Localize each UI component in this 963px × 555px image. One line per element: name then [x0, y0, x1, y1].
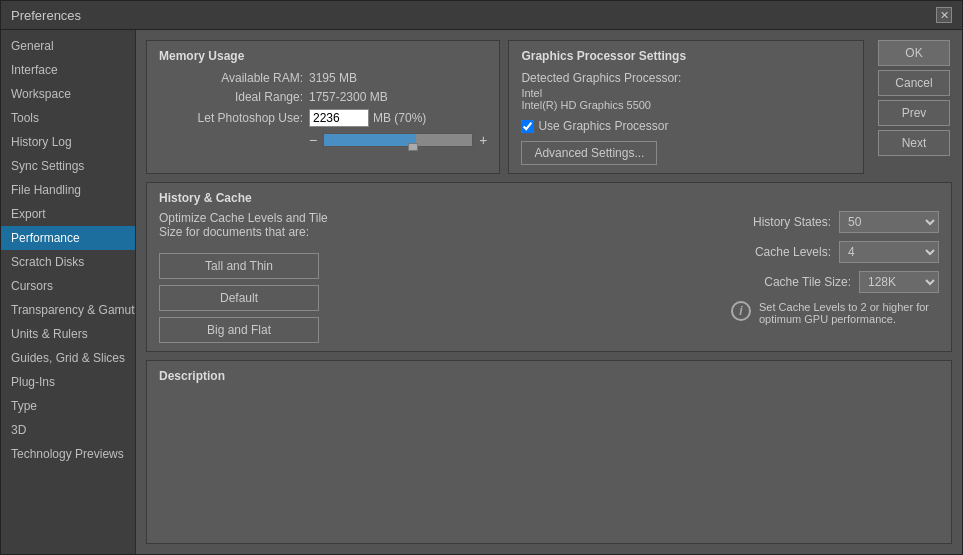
prev-button[interactable]: Prev [878, 100, 950, 126]
close-button[interactable]: ✕ [936, 7, 952, 23]
slider-minus-icon[interactable]: − [309, 132, 317, 148]
next-button[interactable]: Next [878, 130, 950, 156]
history-cache-title: History & Cache [159, 191, 939, 205]
top-panels: Memory Usage Available RAM: 3195 MB Idea… [146, 40, 864, 174]
description-panel: Description [146, 360, 952, 544]
let-use-row: Let Photoshop Use: MB (70%) [159, 109, 487, 127]
history-states-label: History States: [753, 215, 831, 229]
history-states-select[interactable]: 50 [839, 211, 939, 233]
ideal-label: Ideal Range: [159, 90, 309, 104]
preferences-window: Preferences ✕ GeneralInterfaceWorkspaceT… [0, 0, 963, 555]
slider-plus-icon[interactable]: + [479, 132, 487, 148]
ideal-range-row: Ideal Range: 1757-2300 MB [159, 90, 487, 104]
tall-thin-button[interactable]: Tall and Thin [159, 253, 319, 279]
available-label: Available RAM: [159, 71, 309, 85]
sidebar-item-interface[interactable]: Interface [1, 58, 135, 82]
sidebar-item-export[interactable]: Export [1, 202, 135, 226]
main-content: GeneralInterfaceWorkspaceToolsHistory Lo… [1, 30, 962, 554]
big-flat-button[interactable]: Big and Flat [159, 317, 319, 343]
sidebar: GeneralInterfaceWorkspaceToolsHistory Lo… [1, 30, 136, 554]
memory-title: Memory Usage [159, 49, 487, 63]
description-title: Description [159, 369, 939, 383]
use-gpu-checkbox[interactable] [521, 120, 534, 133]
use-gpu-row: Use Graphics Processor [521, 119, 851, 133]
sidebar-item-general[interactable]: General [1, 34, 135, 58]
sidebar-item-technology-previews[interactable]: Technology Previews [1, 442, 135, 466]
cache-buttons-area: Optimize Cache Levels and Tile Size for … [159, 211, 328, 343]
info-row: i Set Cache Levels to 2 or higher for op… [348, 301, 939, 325]
sidebar-item-sync-settings[interactable]: Sync Settings [1, 154, 135, 178]
cache-tile-select[interactable]: 128K [859, 271, 939, 293]
action-buttons: OK Cancel Prev Next [872, 40, 952, 156]
sidebar-item-units--rulers[interactable]: Units & Rulers [1, 322, 135, 346]
sidebar-item-workspace[interactable]: Workspace [1, 82, 135, 106]
use-gpu-label: Use Graphics Processor [538, 119, 668, 133]
let-use-label: Let Photoshop Use: [159, 111, 309, 125]
sidebar-item-cursors[interactable]: Cursors [1, 274, 135, 298]
slider-thumb [408, 143, 418, 151]
sidebar-item-scratch-disks[interactable]: Scratch Disks [1, 250, 135, 274]
cache-tile-row: Cache Tile Size: 128K [348, 271, 939, 293]
proc-name-text: Intel [521, 87, 542, 99]
memory-panel: Memory Usage Available RAM: 3195 MB Idea… [146, 40, 500, 174]
let-use-suffix: MB (70%) [373, 111, 426, 125]
proc-model-text: Intel(R) HD Graphics 5500 [521, 99, 651, 111]
sidebar-item-plug-ins[interactable]: Plug-Ins [1, 370, 135, 394]
optimize-line1: Optimize Cache Levels and Tile [159, 211, 328, 225]
info-icon: i [731, 301, 751, 321]
main-area: Memory Usage Available RAM: 3195 MB Idea… [136, 30, 962, 554]
memory-slider-row: − + [309, 132, 487, 148]
ok-button[interactable]: OK [878, 40, 950, 66]
top-area: Memory Usage Available RAM: 3195 MB Idea… [146, 40, 952, 174]
ideal-value: 1757-2300 MB [309, 90, 388, 104]
history-states-row: History States: 50 [348, 211, 939, 233]
sidebar-item-performance[interactable]: Performance [1, 226, 135, 250]
advanced-settings-button[interactable]: Advanced Settings... [521, 141, 657, 165]
detected-label: Detected Graphics Processor: [521, 71, 851, 85]
title-bar: Preferences ✕ [1, 1, 962, 30]
sidebar-item-file-handling[interactable]: File Handling [1, 178, 135, 202]
optimize-line2: Size for documents that are: [159, 225, 309, 239]
sidebar-item-transparency--gamut[interactable]: Transparency & Gamut [1, 298, 135, 322]
let-use-input[interactable] [309, 109, 369, 127]
sidebar-item-guides-grid--slices[interactable]: Guides, Grid & Slices [1, 346, 135, 370]
default-button[interactable]: Default [159, 285, 319, 311]
optimize-desc: Optimize Cache Levels and Tile Size for … [159, 211, 328, 239]
slider-fill [324, 134, 416, 146]
cache-levels-select[interactable]: 4 [839, 241, 939, 263]
proc-name: Intel Intel(R) HD Graphics 5500 [521, 87, 851, 111]
sidebar-item-type[interactable]: Type [1, 394, 135, 418]
available-value: 3195 MB [309, 71, 357, 85]
history-content: Optimize Cache Levels and Tile Size for … [159, 211, 939, 343]
sidebar-item-tools[interactable]: Tools [1, 106, 135, 130]
cancel-button[interactable]: Cancel [878, 70, 950, 96]
memory-slider[interactable] [323, 133, 473, 147]
history-cache-panel: History & Cache Optimize Cache Levels an… [146, 182, 952, 352]
window-title: Preferences [11, 8, 81, 23]
sidebar-item-3d[interactable]: 3D [1, 418, 135, 442]
info-text: Set Cache Levels to 2 or higher for opti… [759, 301, 939, 325]
sidebar-item-history-log[interactable]: History Log [1, 130, 135, 154]
available-ram-row: Available RAM: 3195 MB [159, 71, 487, 85]
cache-levels-row: Cache Levels: 4 [348, 241, 939, 263]
history-settings-area: History States: 50 Cache Levels: 4 [348, 211, 939, 343]
graphics-panel: Graphics Processor Settings Detected Gra… [508, 40, 864, 174]
cache-levels-label: Cache Levels: [755, 245, 831, 259]
cache-tile-label: Cache Tile Size: [764, 275, 851, 289]
graphics-title: Graphics Processor Settings [521, 49, 851, 63]
